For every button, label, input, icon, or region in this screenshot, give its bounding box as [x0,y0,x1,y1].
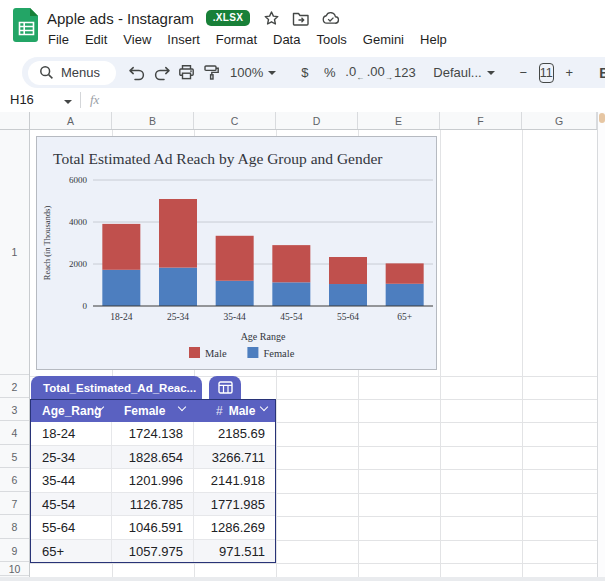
table-cell[interactable]: 1057.975 [112,540,194,563]
google-sheets-app: Apple ads - Instagram .XLSX FileEditView… [0,0,605,581]
cloud-saved-icon[interactable] [322,9,340,27]
table-cell[interactable]: 1828.654 [112,446,194,469]
row-header-1[interactable]: 1 [0,130,29,375]
table-cell[interactable]: 45-54 [30,493,112,516]
increase-decimal-button[interactable]: .00→ [367,60,392,86]
table-name-tab[interactable]: Total_Estimated_Ad_Reac... [31,376,202,399]
table-cell[interactable]: 1771.985 [194,493,276,516]
column-header-C[interactable]: C [194,112,276,129]
row-header-6[interactable]: 6 [0,469,29,492]
move-folder-icon[interactable] [292,9,310,27]
column-header-A[interactable]: A [30,112,112,129]
column-headers: ABCDEFG [30,112,597,130]
undo-button[interactable] [124,60,149,86]
table-tools-tab[interactable] [209,376,241,399]
sheets-logo-icon[interactable] [13,7,40,47]
column-header-D[interactable]: D [276,112,358,129]
row-header-3[interactable]: 3 [0,399,29,421]
table-cell[interactable]: 18-24 [30,422,112,446]
select-all-corner[interactable] [0,112,30,130]
column-label: Male [229,404,256,418]
chevron-down-icon [487,71,495,75]
svg-text:0: 0 [83,301,88,311]
titlebar: Apple ads - Instagram .XLSX FileEditView… [0,0,605,55]
svg-text:55-64: 55-64 [337,312,359,322]
table-cell[interactable]: 3266.711 [194,446,276,469]
menu-item-data[interactable]: Data [265,30,308,49]
table-cell[interactable]: 55-64 [30,516,112,540]
table-cell[interactable]: 35-44 [30,469,112,493]
chevron-down-icon [202,384,207,389]
number-format-button[interactable]: 123 [392,60,417,86]
row-header-7[interactable]: 7 [0,493,29,515]
horizontal-scrollbar[interactable] [0,577,605,581]
row-header-9[interactable]: 9 [0,540,29,562]
number-type-icon: # [216,404,223,418]
table-column-header-age_rang[interactable]: Age_Rang [30,399,112,422]
menu-item-tools[interactable]: Tools [308,30,354,49]
paint-format-button[interactable] [199,60,224,86]
gridline-horizontal [30,563,597,564]
star-icon[interactable] [262,9,280,27]
table-cell[interactable]: 25-34 [30,446,112,469]
table-cell[interactable]: 1046.591 [112,516,194,540]
decrease-font-size-button[interactable]: − [511,60,536,86]
menu-item-gemini[interactable]: Gemini [355,30,412,49]
menu-item-format[interactable]: Format [208,30,265,49]
row-headers: 12345678910 [0,130,30,577]
svg-text:6000: 6000 [69,175,88,185]
svg-text:4000: 4000 [69,217,88,227]
name-box-chevron-icon[interactable] [64,100,72,104]
menus-search-button[interactable]: Menus [28,61,116,85]
row-header-10[interactable]: 10 [0,563,29,576]
sheet-table: Total_Estimated_Ad_Reac... Age_RangFemal… [30,376,277,563]
column-header-B[interactable]: B [112,112,194,129]
decrease-decimal-button[interactable]: .0← [342,60,367,86]
table-column-header-male[interactable]: #Male [194,399,276,422]
table-cell[interactable]: 971.511 [194,540,276,563]
format-currency-button[interactable]: $ [292,60,317,86]
format-percent-button[interactable]: % [317,60,342,86]
font-family-select[interactable]: Defaul... [427,60,500,86]
row-header-5[interactable]: 5 [0,446,29,468]
fx-label[interactable]: fx [90,92,99,108]
vertical-scrollbar-thumb[interactable] [599,113,605,123]
column-header-G[interactable]: G [522,112,597,129]
table-cell[interactable]: 2185.69 [194,422,276,446]
menu-item-edit[interactable]: Edit [77,30,115,49]
table-row: 55-641046.5911286.269 [30,516,276,540]
table-cell[interactable]: 65+ [30,540,112,563]
svg-text:65+: 65+ [397,312,412,322]
bold-button[interactable]: B [592,60,605,86]
menu-item-help[interactable]: Help [412,30,455,49]
table-cell[interactable]: 1126.785 [112,493,194,516]
print-button[interactable] [174,60,199,86]
table-column-header-female[interactable]: Female [112,399,194,422]
svg-text:2000: 2000 [69,259,88,269]
row-header-4[interactable]: 4 [0,422,29,445]
svg-text:Age Range: Age Range [241,331,286,342]
table-cell[interactable]: 1201.996 [112,469,194,493]
table-cell[interactable]: 2141.918 [194,469,276,493]
row-header-2[interactable]: 2 [0,376,29,398]
toolbar: Menus 100% $ % .0← .00→ 123 Defaul... − [22,57,605,88]
increase-font-size-button[interactable]: + [557,60,582,86]
doc-title[interactable]: Apple ads - Instagram [47,10,194,27]
menu-item-file[interactable]: File [40,30,77,49]
chevron-down-icon[interactable] [178,403,186,411]
column-header-E[interactable]: E [358,112,440,129]
zoom-select[interactable]: 100% [224,60,282,86]
row-header-8[interactable]: 8 [0,516,29,539]
menu-item-view[interactable]: View [115,30,159,49]
table-cell[interactable]: 1286.269 [194,516,276,540]
chevron-down-icon[interactable] [260,403,268,411]
name-box[interactable]: H16 [10,92,34,107]
vertical-scrollbar[interactable] [597,112,605,577]
redo-button[interactable] [149,60,174,86]
menu-item-insert[interactable]: Insert [159,30,208,49]
svg-text:Female: Female [263,348,294,359]
font-size-input[interactable]: 11 [539,63,554,83]
table-cell[interactable]: 1724.138 [112,422,194,446]
ad-reach-chart[interactable]: Total Estimated Ad Reach by Age Group an… [36,136,437,370]
column-header-F[interactable]: F [440,112,522,129]
